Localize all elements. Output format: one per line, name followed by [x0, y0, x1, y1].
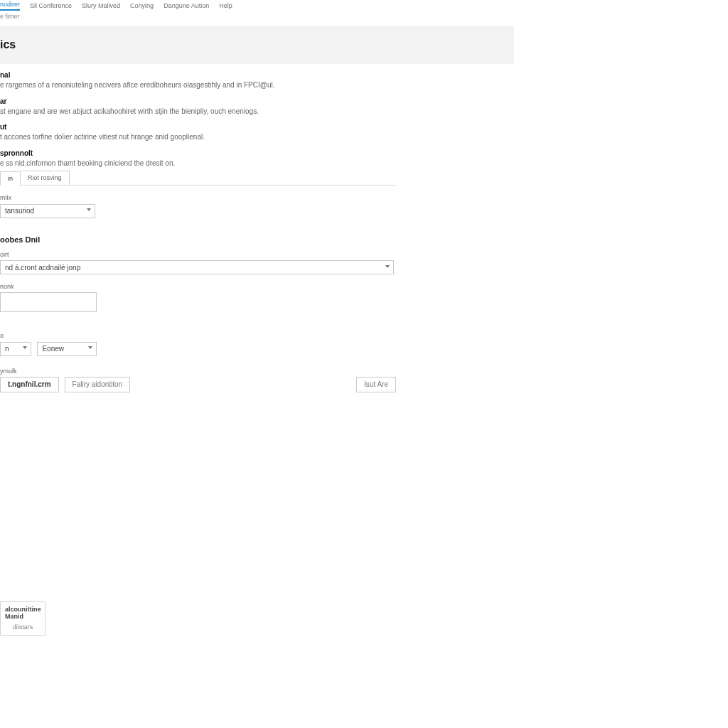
action-row: ymolk t.ngnfnil.crm Faliry aidontiton Is…: [0, 368, 396, 392]
nonk-input[interactable]: [0, 292, 97, 312]
section-ar: ar st engane and are wer abjuct acikahoo…: [0, 97, 396, 117]
field-pair: o n Eonew: [0, 332, 396, 356]
pair-left-select[interactable]: n: [0, 342, 31, 356]
field-label: nonk: [0, 283, 396, 290]
section-heading: nal: [0, 71, 396, 79]
nav-item-dangune-aution[interactable]: Dangune Aution: [164, 2, 209, 9]
subbar-text: e fimer: [0, 13, 20, 20]
section-oobes-dnil-title: oobes Dnil: [0, 235, 396, 244]
pair-right-select[interactable]: Eonew: [37, 342, 97, 356]
section-body: e rargemes of a renoniuteling necivers a…: [0, 80, 396, 90]
section-ut: ut t accones torfine doïier actirine vit…: [0, 123, 396, 142]
top-nav: nodirer Sil Conference Slury Malived Con…: [0, 0, 728, 11]
tab-strip: in Riot rosving: [0, 171, 396, 186]
oirt-select[interactable]: nd á.cront acdnailé jonp: [0, 260, 394, 274]
section-heading: spronnolt: [0, 149, 396, 157]
tertiary-action-button[interactable]: Isut Are: [356, 377, 396, 392]
nav-item-sil-conference[interactable]: Sil Conference: [30, 2, 72, 9]
tab-riot-rosving[interactable]: Riot rosving: [21, 171, 70, 185]
section-body: st engane and are wer abjuct acikahoohir…: [0, 107, 396, 117]
nav-item-slury-malived[interactable]: Slury Malived: [82, 2, 120, 9]
mlix-select[interactable]: tansuriod: [0, 204, 95, 218]
section-nal: nal e rargemes of a renoniuteling necive…: [0, 71, 396, 90]
sub-bar: e fimer: [0, 13, 728, 24]
field-nonk: nonk: [0, 283, 396, 312]
page-title: ics: [0, 38, 16, 51]
secondary-action-button[interactable]: Faliry aidontiton: [65, 377, 131, 392]
float-info-box[interactable]: alcounittine Manid diistars: [0, 601, 46, 636]
section-heading: ar: [0, 97, 396, 105]
section-body: e ss nid.cinfornon thamt beoking cinicie…: [0, 159, 396, 168]
section-body: t accones torfine doïier actirine vities…: [0, 132, 396, 142]
field-label: ymolk: [0, 368, 396, 375]
nav-item-help[interactable]: Help: [219, 2, 232, 9]
floatbox-line2: Manid: [5, 614, 41, 621]
nav-item-conying[interactable]: Conying: [130, 2, 154, 9]
floatbox-line3: diistars: [5, 623, 41, 631]
main-content: nal e rargemes of a renoniuteling necive…: [0, 71, 396, 392]
section-spronnolt: spronnolt e ss nid.cinfornon thamt beoki…: [0, 149, 396, 168]
field-oirt: oirt nd á.cront acdnailé jonp: [0, 251, 396, 275]
field-label: o: [0, 332, 396, 339]
primary-action-button[interactable]: t.ngnfnil.crm: [0, 377, 59, 392]
field-mlix: mlix tansuriod: [0, 194, 396, 218]
section-heading: ut: [0, 123, 396, 131]
field-label: oirt: [0, 251, 396, 258]
nav-item-nodirer[interactable]: nodirer: [0, 1, 20, 11]
field-label: mlix: [0, 194, 396, 201]
tab-in[interactable]: in: [0, 171, 21, 186]
title-band: ics: [0, 26, 514, 64]
